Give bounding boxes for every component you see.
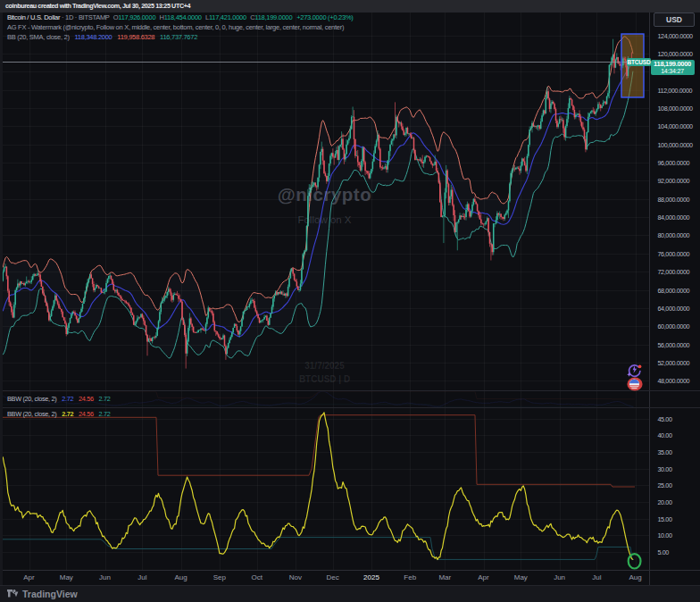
high-value: 118,454.0000 [164,13,202,21]
time-tick-label: Dec [327,573,339,581]
price-tick-label: 120,000.0000 [658,49,693,57]
bbw-tick-label: 5.00 [658,548,669,556]
price-tick-label: 108,000.0000 [658,105,693,113]
bbw-tick-label: 35.00 [658,448,672,456]
time-tick-label: May [60,573,73,581]
price-tick-label: 72,000.0000 [658,268,690,276]
legend-separator: · [62,13,63,21]
bb-indicator-label[interactable]: BB (20, SMA, close, 2) [7,33,70,41]
time-tick-label: Jun [99,573,111,581]
time-tick-label: 2025 [363,573,379,581]
price-tick-label: 64,000.0000 [658,304,690,312]
bb-lower-value: 116,737.7672 [160,33,197,41]
price-tick-label: 104,000.0000 [658,122,693,130]
bb-indicator-row[interactable]: BB (20, SMA, close, 2) 118,348.2000 119,… [7,33,354,43]
time-tick-label: Jul [138,573,146,581]
time-tick-label: Mar [438,573,451,581]
price-tick-label: 88,000.0000 [658,195,690,203]
time-tick-label: Aug [629,573,641,581]
tradingview-logo-text: TradingView [22,589,78,599]
price-tick-label: 112,000.0000 [658,86,693,94]
price-tick-label: 48,000.0000 [658,377,690,385]
price-axis[interactable]: USD 124,000.0000120,000.0000116,000.0000… [649,13,700,585]
time-tick-label: Jun [554,573,565,581]
time-tick-label: Oct [251,573,262,581]
price-tick-label: 124,000.0000 [658,31,693,39]
last-price-value: 118,199.0000 [651,61,695,69]
main-legend: Bitcoin / U.S. Dollar · 1D · BITSTAMP O1… [7,13,354,42]
bbw2-value: 2.72 [62,410,73,418]
pane-separator-1[interactable] [3,390,700,391]
bbw-tick-label: 25.00 [658,481,672,489]
ball-sticker[interactable] [627,377,643,395]
tradingview-logo[interactable]: TradingView [7,586,78,602]
bbw-pane-2 [2,413,635,560]
open-value: 117,926.0000 [118,13,155,21]
price-tick-label: 84,000.0000 [658,213,690,222]
bbw1-lowest-value: 2.72 [98,395,110,403]
bbw-tick-label: 30.00 [658,464,672,472]
currency-button[interactable]: USD [654,13,695,27]
bbw2-label[interactable]: BBW (20, close, 2) [7,410,56,418]
bbw-tick-label: 20.00 [658,498,672,506]
symbol-exchange: BITSTAMP [79,13,110,21]
price-tick-label: 56,000.0000 [658,340,690,348]
bbw-tick-label: 10.00 [658,531,672,539]
time-tick-label: Jul [592,573,601,581]
change-value: +273.0000 (+0.23%) [296,13,353,21]
time-tick-label: Apr [23,573,34,581]
time-tick-label: Feb [404,573,416,581]
time-tick-label: Aug [174,573,187,581]
pane-separator-2[interactable] [3,407,700,408]
close-value: 118,199.0000 [254,13,292,21]
tradingview-logo-icon [7,589,19,599]
price-tick-label: 80,000.0000 [658,231,690,239]
symbol-interval[interactable]: 1D [65,13,73,21]
bb-upper-value: 119,958.6328 [117,33,154,41]
time-axis[interactable]: AprMayJunJulAugSepOctNovDec2025FebMarApr… [3,570,649,585]
time-tick-label: May [514,573,528,581]
bbw1-label[interactable]: BBW (20, close, 2) [7,395,56,403]
chart-canvas[interactable] [0,0,700,602]
bbw-tick-label: 40.00 [658,431,672,439]
time-tick-label: Apr [478,573,488,581]
symbol-legend-row[interactable]: Bitcoin / U.S. Dollar · 1D · BITSTAMP O1… [7,13,354,23]
legend-separator: · [75,13,77,21]
bbw2-lowest-value: 2.72 [98,410,110,418]
tradingview-chart-window: coinbureau created with TradingView.com,… [0,0,700,602]
bbw-legend-row-2[interactable]: BBW (20, close, 2) 2.72 24.56 2.72 [7,410,110,419]
bbw-legend-row-1[interactable]: BBW (20, close, 2) 2.72 24.56 2.72 [7,395,110,404]
price-tick-label: 100,000.0000 [658,140,693,148]
bbw1-value: 2.72 [62,395,73,403]
time-tick-label: Sep [213,573,226,581]
bbw-tick-label: 15.00 [658,514,672,523]
price-tick-label: 68,000.0000 [658,286,690,294]
bar-countdown: 14:34:27 [651,68,695,74]
bb-basis-value: 118,348.2000 [75,33,112,41]
highlight-ellipse-drawing[interactable] [629,554,641,568]
bbw2-highest-value: 24.56 [79,410,94,418]
price-tick-label: 92,000.0000 [658,177,690,185]
bbw-tick-label: 45.00 [658,414,672,422]
symbol-name[interactable]: Bitcoin / U.S. Dollar [7,13,60,21]
last-price-badge: 118,199.0000 14:34:27 [651,60,695,75]
price-pane [3,34,649,369]
symbol-price-tag: BTCUSD [627,58,651,66]
attribution-bar: TradingView [0,585,700,602]
watermark-indicator-row[interactable]: AG FX - Watermark (@nicrypto, Follow on … [7,23,354,33]
price-tick-label: 76,000.0000 [658,249,690,257]
bbw1-highest-value: 24.56 [79,395,94,403]
time-tick-label: Nov [289,573,302,581]
watermark-indicator-label[interactable]: AG FX - Watermark (@nicrypto, Follow on … [7,23,344,31]
price-tick-label: 96,000.0000 [658,159,690,167]
price-tick-label: 60,000.0000 [658,322,690,330]
low-value: 117,421.0000 [209,13,246,21]
price-tick-label: 52,000.0000 [658,358,690,366]
